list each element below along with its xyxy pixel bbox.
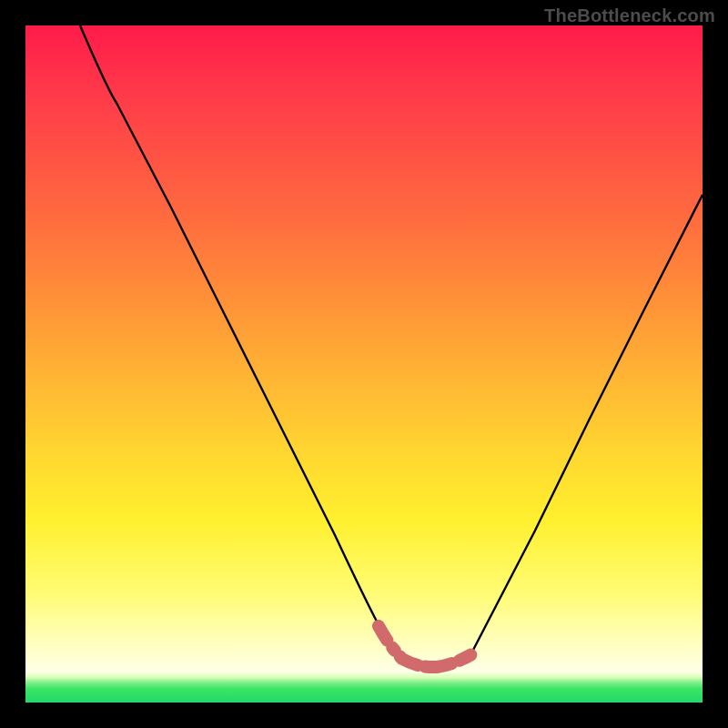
watermark-text: TheBottleneck.com	[544, 5, 715, 26]
bottleneck-curve	[80, 25, 703, 667]
trough-highlight	[379, 626, 473, 667]
plot-area	[25, 25, 703, 703]
curve-overlay	[25, 25, 703, 703]
chart-frame: TheBottleneck.com	[0, 0, 728, 728]
